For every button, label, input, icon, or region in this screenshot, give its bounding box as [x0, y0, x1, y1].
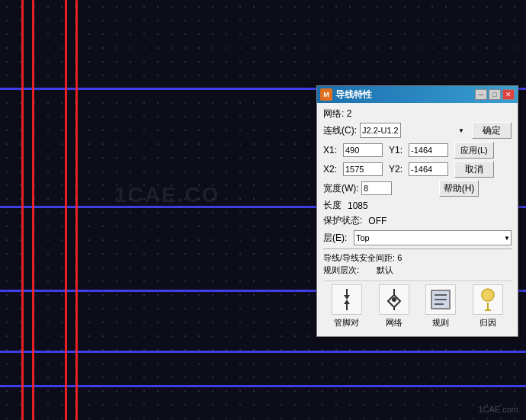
width-row: 宽度(W): 帮助(H): [323, 180, 512, 197]
close-button[interactable]: ✕: [502, 89, 515, 100]
coord-row-1: X1: Y1: 应用(L): [323, 142, 512, 159]
svg-point-11: [482, 289, 494, 301]
connect-label: 连线(C):: [323, 124, 357, 137]
length-row: 长度 1085: [323, 199, 512, 212]
x2-input[interactable]: [343, 162, 383, 176]
connect-row: 连线(C): J2.2-U1.2 确定: [323, 122, 512, 139]
layer-row: 层(E): Top: [323, 230, 512, 245]
v-line-2: [32, 0, 34, 420]
dialog-content: 网络: 2 连线(C): J2.2-U1.2 确定 X1: Y1: 应用(L) …: [317, 103, 518, 336]
net-label: 网络: [386, 317, 403, 329]
y2-label: Y2:: [389, 164, 406, 175]
layer-label: 层(E):: [323, 232, 351, 245]
h-line-4: [0, 351, 526, 353]
safety-row: 导线/导线安全间距: 6: [323, 252, 512, 264]
svg-marker-3: [344, 300, 350, 304]
connect-select-wrapper: J2.2-U1.2: [360, 123, 466, 138]
protect-row: 保护状态: OFF: [323, 214, 512, 227]
length-value: 1085: [348, 200, 368, 211]
dialog-title-bar: M 导线特性 ─ □ ✕: [317, 86, 518, 103]
width-label: 宽度(W):: [323, 182, 361, 195]
dialog-title: 导线特性: [335, 88, 372, 101]
v-line-3: [65, 0, 67, 420]
x2-label: X2:: [323, 164, 340, 175]
apply-button[interactable]: 应用(L): [454, 142, 494, 159]
pipe-pair-icon-box: [332, 284, 362, 315]
network-info: 网络: 2: [323, 107, 512, 120]
length-label: 长度: [323, 199, 342, 212]
rule-icon-box: [425, 284, 456, 315]
width-input[interactable]: [361, 181, 392, 195]
rule-item[interactable]: 规则: [421, 284, 460, 329]
wire-properties-dialog: M 导线特性 ─ □ ✕ 网络: 2 连线(C): J2.2-U1.2 确定 X…: [316, 85, 518, 337]
x1-input[interactable]: [343, 143, 383, 157]
title-controls: ─ □ ✕: [475, 89, 515, 100]
layer-select-wrapper: Top: [354, 230, 512, 245]
hint-icon-box: [473, 284, 503, 315]
hint-item[interactable]: 归因: [468, 284, 508, 329]
net-icon-box: [379, 284, 409, 315]
y2-input[interactable]: [409, 162, 448, 176]
title-bar-left: M 导线特性: [320, 88, 372, 101]
watermark-bottom: 1CAE.com: [478, 405, 518, 414]
hint-icon: [476, 287, 500, 312]
rule-label: 规则: [432, 317, 449, 329]
cancel-button[interactable]: 取消: [454, 161, 494, 178]
protect-value: OFF: [368, 216, 386, 226]
rule-icon: [428, 287, 453, 312]
ok-button[interactable]: 确定: [472, 122, 512, 139]
svg-marker-1: [344, 295, 350, 300]
pipe-pair-icon: [335, 287, 359, 312]
protect-label: 保护状态:: [323, 214, 362, 227]
rule-value: 默认: [377, 265, 393, 274]
icons-row: 管脚对 网络: [323, 281, 512, 332]
connect-select[interactable]: J2.2-U1.2: [360, 123, 401, 138]
y1-input[interactable]: [409, 143, 448, 157]
v-line-4: [75, 0, 78, 420]
app-icon: M: [320, 88, 332, 101]
pipe-pair-item[interactable]: 管脚对: [327, 284, 367, 329]
y1-label: Y1:: [389, 145, 406, 155]
help-button[interactable]: 帮助(H): [439, 180, 479, 197]
layer-select[interactable]: Top: [354, 230, 512, 245]
net-item[interactable]: 网络: [374, 284, 414, 329]
rule-row: 规则层次: 默认: [323, 265, 512, 276]
svg-point-6: [392, 297, 396, 302]
watermark: 1CAE.CO: [114, 183, 220, 207]
rule-label: 规则层次:: [323, 265, 359, 274]
pipe-pair-label: 管脚对: [334, 317, 359, 329]
divider: [323, 248, 512, 249]
maximize-button[interactable]: □: [489, 89, 501, 100]
x1-label: X1:: [323, 145, 340, 155]
hint-label: 归因: [479, 317, 496, 329]
h-line-5: [0, 385, 526, 387]
v-line-1: [21, 0, 24, 420]
net-icon: [382, 287, 406, 312]
coord-row-2: X2: Y2: 取消: [323, 161, 512, 178]
minimize-button[interactable]: ─: [475, 89, 487, 100]
